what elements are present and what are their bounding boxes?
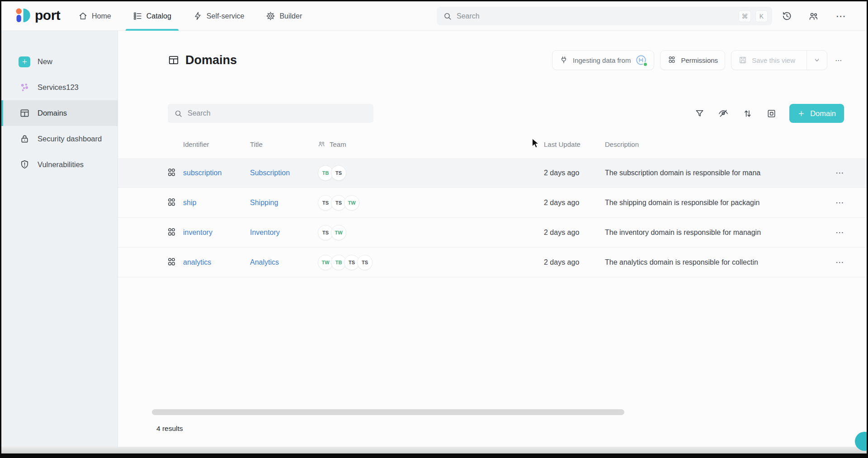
chevron-down-icon <box>813 56 821 64</box>
table-row-subscription[interactable]: subscription Subscription TB TS 2 days a… <box>118 158 867 188</box>
save-view-label: Save this view <box>752 56 795 64</box>
nav-tab-label: Builder <box>279 12 302 20</box>
column-header-team[interactable]: Team <box>318 140 544 148</box>
sidebar-item-services123[interactable]: Services123 <box>1 75 118 100</box>
nav-tab-self-service[interactable]: Self-service <box>193 1 245 31</box>
sidebar-item-label: Domains <box>38 109 67 117</box>
row-kebab-menu-icon[interactable]: ⋯ <box>835 197 863 208</box>
catalog-sidebar: New Services123 Domains Security dashboa… <box>1 31 118 453</box>
members-icon[interactable] <box>807 9 821 23</box>
k-keycap: K <box>755 10 768 22</box>
save-view-button[interactable]: Save this view <box>731 51 802 70</box>
title-link[interactable]: Analytics <box>250 258 318 266</box>
sidebar-item-domains[interactable]: Domains <box>1 100 118 126</box>
hide-columns-icon[interactable] <box>717 107 729 119</box>
global-search-bar[interactable]: ⌘ K <box>437 7 772 25</box>
port-logo[interactable]: port <box>14 7 60 24</box>
identifier-link[interactable]: inventory <box>183 229 250 237</box>
history-icon[interactable] <box>780 9 793 23</box>
plug-icon <box>559 56 568 65</box>
permissions-button[interactable]: Permissions <box>660 50 725 70</box>
table-body: subscription Subscription TB TS 2 days a… <box>118 158 867 277</box>
team-avatars: TB TS <box>318 165 544 181</box>
title-link[interactable]: Inventory <box>250 229 318 237</box>
group-by-icon[interactable] <box>765 107 777 119</box>
nav-tab-home[interactable]: Home <box>78 1 111 31</box>
sidebar-item-label: New <box>38 57 52 66</box>
last-update-cell: 2 days ago <box>544 199 605 207</box>
sidebar-item-security-dashboard[interactable]: Security dashboard <box>1 126 118 152</box>
add-domain-label: Domain <box>810 109 836 118</box>
new-plus-icon <box>19 56 30 67</box>
table-tools <box>693 107 777 119</box>
last-update-cell: 2 days ago <box>544 258 605 266</box>
description-cell: The subscription domain is responsible f… <box>605 169 835 177</box>
last-update-cell: 2 days ago <box>544 169 605 177</box>
page-more-options-icon[interactable]: ⋯ <box>833 50 844 70</box>
shield-alert-icon <box>19 159 30 171</box>
nav-tab-builder[interactable]: Builder <box>266 1 302 31</box>
services-cluster-icon <box>19 82 30 93</box>
search-icon <box>443 12 452 21</box>
team-avatar[interactable]: TS <box>357 255 373 270</box>
team-avatars: TW TB TS TS <box>318 255 544 270</box>
gear-icon <box>266 11 275 21</box>
page-title: Domains <box>168 53 237 67</box>
filter-icon[interactable] <box>693 107 705 119</box>
top-navigation-bar: port Home Catalog Self-service Builder <box>1 1 867 31</box>
floppy-disk-icon <box>738 56 747 65</box>
home-icon <box>78 11 88 21</box>
table-row-analytics[interactable]: analytics Analytics TW TB TS TS 2 days a… <box>118 248 867 277</box>
last-update-cell: 2 days ago <box>544 229 605 237</box>
column-header-title[interactable]: Title <box>250 140 318 148</box>
window-bottom-shadow <box>1 447 867 453</box>
sort-icon[interactable] <box>741 107 753 119</box>
entity-icon <box>165 197 177 209</box>
port-logo-icon <box>14 7 31 24</box>
add-domain-button[interactable]: Domain <box>789 104 844 123</box>
sidebar-item-label: Services123 <box>38 83 79 92</box>
nav-tab-label: Self-service <box>207 12 245 20</box>
row-kebab-menu-icon[interactable]: ⋯ <box>835 227 863 238</box>
identifier-link[interactable]: ship <box>183 199 250 207</box>
entity-icon <box>165 167 177 179</box>
row-kebab-menu-icon[interactable]: ⋯ <box>835 168 863 178</box>
page-header: Domains Ingesting data from Permissions <box>168 48 844 72</box>
ingesting-label: Ingesting data from <box>573 56 631 64</box>
team-avatar[interactable]: TW <box>344 195 359 210</box>
row-kebab-menu-icon[interactable]: ⋯ <box>835 257 863 267</box>
main-nav: Home Catalog Self-service Builder <box>78 1 302 31</box>
column-header-description[interactable]: Description <box>605 140 835 148</box>
column-header-last-update[interactable]: Last Update <box>544 140 605 148</box>
identifier-link[interactable]: subscription <box>183 169 250 177</box>
domains-table: Identifier Title Team Last Update Descri… <box>118 130 867 277</box>
datasource-status-icon <box>635 54 647 66</box>
ingesting-data-button[interactable]: Ingesting data from <box>552 50 654 70</box>
horizontal-scrollbar[interactable] <box>152 409 624 415</box>
title-link[interactable]: Shipping <box>250 199 318 207</box>
plus-icon <box>797 110 805 117</box>
table-header-row: Identifier Title Team Last Update Descri… <box>118 130 867 158</box>
nav-tab-catalog[interactable]: Catalog <box>133 1 171 31</box>
sidebar-item-vulnerabilities[interactable]: Vulnerabilities <box>1 152 118 178</box>
header-actions: Ingesting data from Permissions Save thi… <box>552 50 844 70</box>
global-search-input[interactable] <box>457 12 734 20</box>
table-row-inventory[interactable]: inventory Inventory TS TW 2 days ago The… <box>118 218 867 248</box>
column-header-identifier[interactable]: Identifier <box>183 140 250 148</box>
sidebar-item-label: Security dashboard <box>38 135 102 143</box>
title-link[interactable]: Subscription <box>250 169 318 177</box>
team-avatar[interactable]: TS <box>331 165 346 181</box>
sidebar-item-new[interactable]: New <box>1 49 118 75</box>
more-options-icon[interactable]: ⋯ <box>834 9 848 23</box>
table-search-input[interactable] <box>188 109 367 117</box>
cmd-keycap: ⌘ <box>739 10 751 22</box>
team-avatar[interactable]: TW <box>331 225 346 240</box>
description-cell: The inventory domain is responsible for … <box>605 229 835 237</box>
table-search-bar[interactable] <box>168 104 373 123</box>
table-row-ship[interactable]: ship Shipping TS TS TW 2 days ago The sh… <box>118 188 867 218</box>
lock-icon <box>19 133 30 145</box>
save-view-dropdown-button[interactable] <box>807 51 827 70</box>
table-icon <box>19 107 30 119</box>
status-green-dot <box>643 62 648 67</box>
identifier-link[interactable]: analytics <box>183 258 250 266</box>
